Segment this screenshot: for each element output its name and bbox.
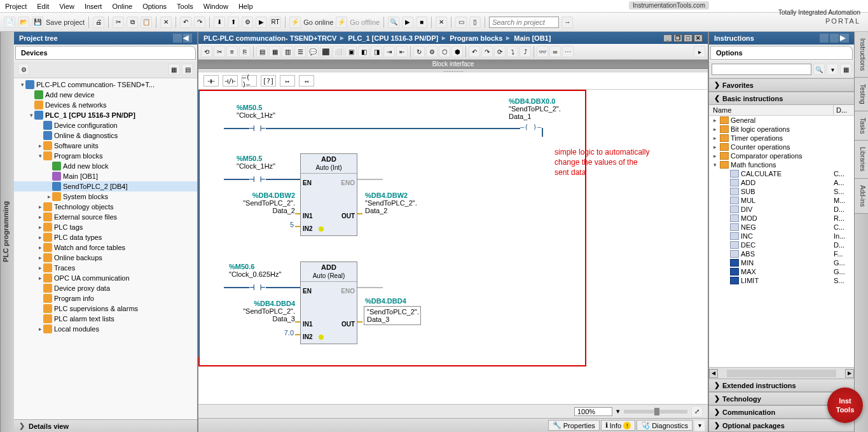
split-h-icon[interactable]: ▭ [455,17,467,28]
tree-row[interactable]: Device configuration [14,120,197,130]
inst-item[interactable]: INCIn... [709,232,854,240]
ladder-canvas[interactable]: ⊣ ⊢ %M50.5 "Clock_1Hz" –( )– %DB4.DBX0.0… [198,90,708,404]
tab-diagnostics[interactable]: 🩺Diagnostics [637,420,692,431]
et-20[interactable]: ⬢ [451,46,463,57]
inst-item[interactable]: LIMITS... [709,276,854,285]
rung1-contact[interactable]: ⊣ ⊢ [249,123,265,133]
et-28[interactable]: ⋯ [562,46,574,57]
lad-nc-contact[interactable]: ⊣/⊢ [223,75,238,87]
inst-search-icon[interactable]: 🔍 [813,64,825,75]
et-13[interactable]: ◧ [358,46,369,57]
bc-2[interactable]: Program blocks [450,34,502,42]
et-4[interactable]: ⎘ [239,46,251,57]
optional-accordion[interactable]: ❯Optional packages [709,419,854,432]
tree-row[interactable]: Main [OB1] [14,171,197,181]
vtab-testing[interactable]: Testing [855,78,868,111]
et-25[interactable]: ⤴ [520,46,531,57]
vtab-tasks[interactable]: Tasks [855,111,868,141]
rung3-add-box[interactable]: ADD Auto (Real) EN ENO IN1 OUT IN2 [300,261,357,344]
cut-icon[interactable]: ✂ [113,17,124,28]
go-online-button[interactable]: Go online [303,18,333,26]
inst-dock-icon[interactable] [830,34,839,43]
inst-item[interactable]: ADDA... [709,178,854,187]
undo-icon[interactable]: ↶ [180,17,191,28]
go-online-icon[interactable]: ⚡ [289,17,301,28]
inst-hscroll[interactable]: ◀ ▶ [709,367,854,379]
instructions-table[interactable]: ▸General▸Bit logic operations▸Timer oper… [709,116,854,367]
menu-window[interactable]: Window [203,3,228,10]
menu-options[interactable]: Options [142,3,167,10]
bc-1[interactable]: PLC_1 [CPU 1516-3 PN/DP] [348,34,438,42]
scroll-right-icon[interactable]: ▶ [845,369,854,378]
menu-tools[interactable]: Tools [177,3,193,10]
max-icon[interactable]: □ [684,34,692,42]
simulate-icon[interactable]: ▶ [256,17,267,28]
menu-view[interactable]: View [59,3,74,10]
inst-group[interactable]: ▸Counter operations [709,143,854,151]
close-icon[interactable]: ✕ [694,34,703,42]
rung2-contact[interactable]: ⊣ ⊢ [249,174,265,184]
pin-icon[interactable] [173,34,182,43]
zoom-dropdown-icon[interactable]: ▾ [616,407,620,415]
extended-accordion[interactable]: ❯Extended instructions [709,379,854,392]
menu-project[interactable]: Project [5,3,27,10]
et-10[interactable]: ⬛ [320,46,331,57]
et-12[interactable]: ▣ [345,46,357,57]
inst-item[interactable]: DIVD... [709,205,854,214]
side-tab-plc-programming[interactable]: PLC programming [0,32,14,432]
et-21[interactable]: ↶ [469,46,480,57]
footer-collapse-icon[interactable]: ▾ [694,420,705,431]
et-23[interactable]: ⟳ [494,46,506,57]
zoom-select[interactable]: 100% [574,407,612,416]
start-cpu-icon[interactable]: ▶ [402,17,413,28]
inst-item[interactable]: CALCULATEC... [709,169,854,178]
tree-row[interactable]: Device proxy data [14,283,197,293]
block-interface-bar[interactable]: Block interface [198,60,708,69]
lad-no-contact[interactable]: ⊣⊢ [203,75,219,87]
et-1[interactable]: ⟲ [201,46,212,57]
tree-row[interactable]: ▸OPC UA communication [14,273,197,283]
vtab-addins[interactable]: Add-ins [855,179,868,214]
collapse-icon[interactable]: ◀ [183,34,192,43]
save-project-button[interactable]: Save project [46,18,85,26]
tree-row[interactable]: PLC supervisions & alarms [14,303,197,314]
et-9[interactable]: 💬 [307,46,319,57]
tree-row[interactable]: ▸Local modules [14,324,197,334]
tree-row[interactable]: ▾PLC_1 [CPU 1516-3 PN/DP] [14,110,197,120]
rung1-coil[interactable]: –( )– [520,123,541,131]
tree-row[interactable]: ▸PLC tags [14,222,197,232]
tab-properties[interactable]: 🔧Properties [548,420,600,431]
inst-group[interactable]: ▸Timer operations [709,134,854,143]
tree-row[interactable]: ▸Traces [14,263,197,273]
et-24[interactable]: ⤵ [507,46,518,57]
menu-insert[interactable]: Insert [85,3,102,10]
et-8[interactable]: ☰ [294,46,306,57]
et-rightdock-icon[interactable]: ▸ [694,46,705,57]
et-2[interactable]: ✂ [214,46,225,57]
et-11[interactable]: ⬜ [333,46,344,57]
inst-group[interactable]: ▸Bit logic operations [709,125,854,134]
scroll-left-icon[interactable]: ◀ [709,369,718,378]
compile-icon[interactable]: ⚙ [242,17,253,28]
et-22[interactable]: ↷ [481,46,493,57]
et-26[interactable]: 👓 [537,46,548,57]
go-offline-button[interactable]: Go offline [350,18,380,26]
inst-group[interactable]: ▸General [709,116,854,125]
tree-row[interactable]: ▾PLC-PLC communcation- TSEND+T... [14,80,197,90]
et-6[interactable]: ▦ [269,46,280,57]
search-input[interactable] [489,17,559,28]
inst-item[interactable]: DECD... [709,240,854,249]
upload-icon[interactable]: ⬆ [228,17,239,28]
vtab-instructions[interactable]: Instructions [855,32,868,78]
stop-cpu-icon[interactable]: ■ [416,17,427,28]
tree-row[interactable]: ▸Watch and force tables [14,242,197,253]
inst-view-icon[interactable]: ▦ [840,64,851,75]
et-18[interactable]: ⚙ [426,46,437,57]
inst-pin-icon[interactable] [820,34,829,43]
tree-row[interactable]: ▸PLC data types [14,232,197,242]
paste-icon[interactable]: 📋 [141,17,152,28]
inst-item[interactable]: SUBS... [709,187,854,196]
details-view-bar[interactable]: ❯ Details view [14,419,197,432]
rung2-add-box[interactable]: ADD Auto (Int) EN ENO IN1 OUT IN2 [300,153,357,236]
split-v-icon[interactable]: ▯ [469,17,481,28]
